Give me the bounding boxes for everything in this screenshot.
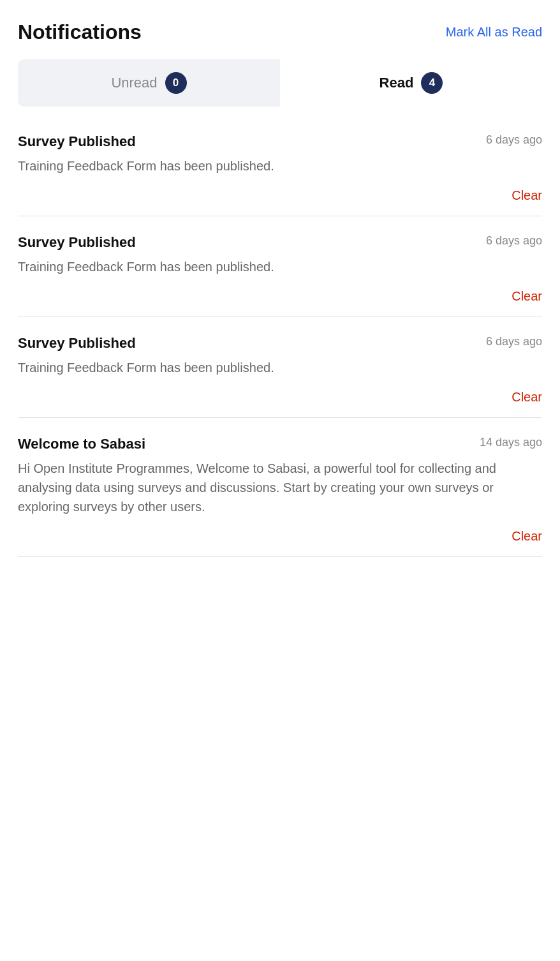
notification-time: 6 days ago	[486, 133, 542, 147]
notification-header: Survey Published 6 days ago	[18, 234, 542, 251]
tab-unread-label: Unread	[111, 75, 157, 91]
notification-title: Welcome to Sabasi	[18, 436, 145, 452]
notification-time: 14 days ago	[480, 436, 542, 449]
clear-button[interactable]: Clear	[512, 186, 542, 205]
notification-clear-container: Clear	[18, 387, 542, 407]
notification-time: 6 days ago	[486, 335, 542, 348]
notification-title: Survey Published	[18, 234, 136, 251]
mark-all-read-button[interactable]: Mark All as Read	[446, 25, 542, 40]
notifications-list: Survey Published 6 days ago Training Fee…	[18, 127, 542, 557]
page-header: Notifications Mark All as Read	[18, 20, 542, 44]
notification-body: Hi Open Institute Programmes, Welcome to…	[18, 459, 542, 516]
clear-button[interactable]: Clear	[512, 526, 542, 546]
tab-read-label: Read	[379, 75, 414, 91]
tab-read-badge: 4	[421, 72, 443, 94]
notification-item: Survey Published 6 days ago Training Fee…	[18, 317, 542, 418]
notification-header: Survey Published 6 days ago	[18, 335, 542, 352]
notification-header: Survey Published 6 days ago	[18, 133, 542, 150]
notification-item: Survey Published 6 days ago Training Fee…	[18, 216, 542, 317]
notification-time: 6 days ago	[486, 234, 542, 248]
notification-body: Training Feedback Form has been publishe…	[18, 156, 542, 175]
clear-button[interactable]: Clear	[512, 387, 542, 407]
tabs-container: Unread 0 Read 4	[18, 59, 542, 107]
notification-title: Survey Published	[18, 335, 136, 352]
notification-header: Welcome to Sabasi 14 days ago	[18, 436, 542, 452]
notification-item: Welcome to Sabasi 14 days ago Hi Open In…	[18, 418, 542, 557]
tab-read[interactable]: Read 4	[280, 59, 542, 107]
notification-clear-container: Clear	[18, 186, 542, 205]
notification-item: Survey Published 6 days ago Training Fee…	[18, 127, 542, 216]
clear-button[interactable]: Clear	[512, 287, 542, 306]
notification-body: Training Feedback Form has been publishe…	[18, 358, 542, 377]
notification-clear-container: Clear	[18, 526, 542, 546]
notification-title: Survey Published	[18, 133, 136, 150]
tab-unread[interactable]: Unread 0	[18, 59, 280, 107]
page-title: Notifications	[18, 20, 142, 44]
tab-unread-badge: 0	[165, 72, 187, 94]
notification-body: Training Feedback Form has been publishe…	[18, 257, 542, 276]
notification-clear-container: Clear	[18, 287, 542, 306]
